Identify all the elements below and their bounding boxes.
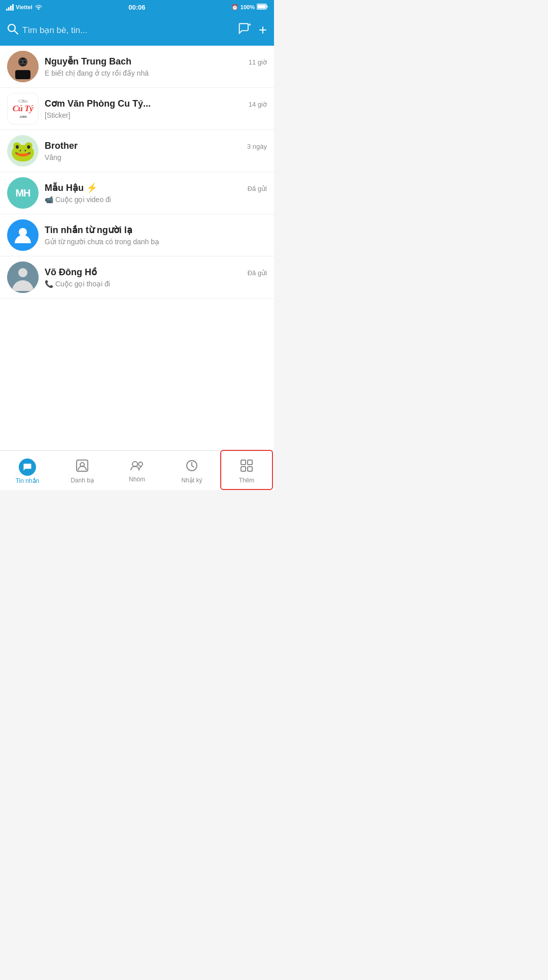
conversation-item-ntb[interactable]: Nguyễn Trung Bach 11 giờ E biết chị đang… — [0, 46, 274, 88]
nav-diary-label: Nhật ký — [181, 477, 202, 484]
conv-name-brother: Brother — [45, 141, 78, 151]
battery-label: 100% — [241, 4, 255, 10]
groups-icon — [130, 460, 144, 474]
wifi-icon — [35, 4, 43, 11]
avatar-stranger: ? — [7, 219, 39, 251]
conversation-list: Nguyễn Trung Bach 11 giờ E biết chị đang… — [0, 46, 274, 450]
svg-rect-23 — [241, 467, 246, 471]
conv-time-cuty: 14 giờ — [249, 101, 267, 108]
conv-time-mh: Đã gửi — [248, 185, 267, 192]
nav-more-label: Thêm — [239, 477, 255, 484]
svg-text:?: ? — [26, 225, 30, 234]
svg-text:+: + — [248, 22, 251, 27]
svg-rect-24 — [248, 467, 252, 471]
conversation-item-mh[interactable]: MH Mẫu Hậu ⚡ Đã gửi 📹 Cuộc gọi video đi — [0, 172, 274, 214]
conv-body-brother: Brother 3 ngày Vâng — [45, 141, 267, 161]
svg-rect-1 — [257, 5, 265, 9]
conv-top-vdh: Võ Đông Hồ Đã gửi — [45, 267, 267, 278]
conversation-item-vdh[interactable]: Võ Đông Hồ Đã gửi 📞 Cuộc gọi thoại đi — [0, 256, 274, 299]
conv-top-stranger: Tin nhắn từ người lạ — [45, 224, 267, 236]
new-chat-button[interactable]: + — [237, 22, 252, 38]
conv-name-stranger: Tin nhắn từ người lạ — [45, 224, 132, 236]
conv-top-ntb: Nguyễn Trung Bach 11 giờ — [45, 56, 267, 67]
conversation-item-cuty[interactable]: Cơm Cú Tý .com Cơm Văn Phòng Cu Tý... 14… — [0, 88, 274, 130]
avatar-cuty: Cơm Cú Tý .com — [7, 93, 39, 124]
avatar-ntb — [7, 51, 39, 82]
time-display: 00:06 — [128, 4, 145, 11]
conv-body-ntb: Nguyễn Trung Bach 11 giờ E biết chị đang… — [45, 56, 267, 77]
search-placeholder: Tìm bạn bè, tin... — [22, 25, 87, 36]
conv-preview-stranger: Gửi từ người chưa có trong danh bạ — [45, 238, 267, 246]
conv-name-mh: Mẫu Hậu ⚡ — [45, 182, 97, 193]
svg-rect-22 — [248, 460, 252, 465]
header: Tìm bạn bè, tin... + + — [0, 14, 274, 46]
status-left: Viettel — [6, 4, 43, 11]
avatar-mh: MH — [7, 177, 39, 209]
status-bar: Viettel 00:06 ⏰ 100% — [0, 0, 274, 14]
status-right: ⏰ 100% — [231, 4, 268, 11]
more-icon — [240, 459, 253, 475]
nav-contacts[interactable]: Danh bạ — [55, 451, 110, 490]
conv-preview-ntb: E biết chị đang ở cty rồi đấy nhá — [45, 69, 267, 77]
avatar-brother: 🐸 — [7, 135, 39, 167]
nav-diary[interactable]: Nhật ký — [164, 451, 219, 490]
conversation-item-brother[interactable]: 🐸 Brother 3 ngày Vâng — [0, 130, 274, 172]
svg-line-4 — [15, 30, 18, 34]
conv-top-mh: Mẫu Hậu ⚡ Đã gửi — [45, 182, 267, 193]
nav-more[interactable]: Thêm — [219, 451, 274, 490]
conv-body-stranger: Tin nhắn từ người lạ Gửi từ người chưa c… — [45, 224, 267, 246]
conv-preview-vdh: 📞 Cuộc gọi thoại đi — [45, 280, 267, 288]
alarm-icon: ⏰ — [231, 4, 238, 11]
conv-time-ntb: 11 giờ — [249, 58, 267, 66]
svg-rect-2 — [266, 6, 267, 8]
nav-groups[interactable]: Nhóm — [110, 451, 164, 490]
conv-body-vdh: Võ Đông Hồ Đã gửi 📞 Cuộc gọi thoại đi — [45, 267, 267, 288]
svg-point-15 — [18, 268, 27, 277]
diary-icon — [185, 459, 198, 475]
battery-icon — [257, 4, 268, 11]
carrier-label: Viettel — [16, 4, 32, 10]
avatar-mh-text: MH — [15, 187, 30, 199]
svg-rect-8 — [15, 70, 30, 79]
conv-time-vdh: Đã gửi — [248, 269, 267, 277]
contacts-icon — [76, 459, 89, 475]
signal-icon — [6, 4, 14, 11]
nav-messages[interactable]: Tin nhắn — [0, 451, 55, 490]
conv-preview-brother: Vâng — [45, 153, 267, 161]
search-icon — [7, 23, 18, 37]
conv-preview-mh: 📹 Cuộc gọi video đi — [45, 195, 267, 204]
header-actions: + + — [237, 22, 267, 38]
nav-groups-label: Nhóm — [129, 476, 145, 483]
search-bar[interactable]: Tìm bạn bè, tin... — [7, 23, 232, 37]
svg-point-19 — [139, 462, 143, 466]
conv-body-cuty: Cơm Văn Phòng Cu Tý... 14 giờ [Sticker] — [45, 98, 267, 119]
conv-time-brother: 3 ngày — [247, 143, 267, 150]
conv-name-ntb: Nguyễn Trung Bach — [45, 56, 131, 67]
svg-rect-21 — [241, 460, 246, 465]
conv-name-cuty: Cơm Văn Phòng Cu Tý... — [45, 98, 151, 109]
conv-name-vdh: Võ Đông Hồ — [45, 267, 97, 278]
avatar-vdh — [7, 262, 39, 293]
conversation-item-stranger[interactable]: ? Tin nhắn từ người lạ Gửi từ người chưa… — [0, 214, 274, 256]
nav-messages-label: Tin nhắn — [16, 477, 40, 484]
conv-top-cuty: Cơm Văn Phòng Cu Tý... 14 giờ — [45, 98, 267, 109]
conv-top-brother: Brother 3 ngày — [45, 141, 267, 151]
add-button[interactable]: + — [259, 23, 267, 37]
conv-body-mh: Mẫu Hậu ⚡ Đã gửi 📹 Cuộc gọi video đi — [45, 182, 267, 204]
conv-preview-cuty: [Sticker] — [45, 111, 267, 119]
messages-icon — [19, 459, 36, 476]
bottom-nav: Tin nhắn Danh bạ Nhóm — [0, 450, 274, 490]
nav-contacts-label: Danh bạ — [71, 477, 94, 484]
